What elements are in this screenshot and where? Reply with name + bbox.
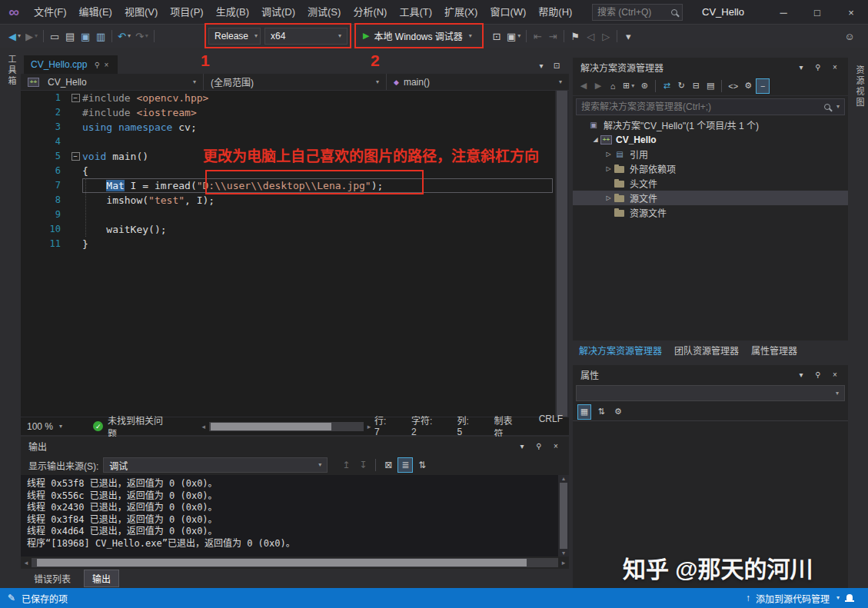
solution-search-input[interactable] xyxy=(581,101,820,112)
pin-icon[interactable]: ⚲ xyxy=(92,59,101,70)
scroll-down-icon[interactable]: ▾ xyxy=(562,550,565,557)
add-item-icon[interactable]: ▤ xyxy=(62,28,78,45)
code-line[interactable]: 3using namespace cv; xyxy=(21,120,555,135)
properties-object-combobox[interactable]: ▾ xyxy=(576,385,845,401)
menu-item[interactable]: 文件(F) xyxy=(28,0,73,24)
fold-collapse-icon[interactable]: − xyxy=(72,152,80,161)
code-health-indicator[interactable]: ✓ 未找到相关问题 xyxy=(93,414,170,440)
scroll-right-icon[interactable]: ▸ xyxy=(364,423,374,430)
scope-dropdown[interactable]: (全局范围) ▾ xyxy=(204,74,387,90)
clear-all-icon[interactable]: ⊠ xyxy=(381,457,396,473)
toolbar-options-icon[interactable]: ▾ xyxy=(620,28,636,45)
scroll-left-icon[interactable]: ◂ xyxy=(198,423,209,430)
tree-item-references[interactable]: ▷▤引用 xyxy=(573,147,848,161)
vs-logo-icon[interactable]: ∞ xyxy=(0,4,28,21)
menu-item[interactable]: 调试(D) xyxy=(255,0,301,24)
output-source-dropdown[interactable]: 调试 ▾ xyxy=(103,457,328,473)
code-line[interactable]: 11} xyxy=(21,237,555,251)
word-wrap-icon[interactable]: ≣ xyxy=(397,457,413,473)
document-tab[interactable]: CV_Hello.cpp ⚲× xyxy=(24,55,118,74)
pending-changes-filter-icon[interactable]: ⊛ xyxy=(637,78,651,94)
menu-item[interactable]: 窗口(W) xyxy=(484,0,532,24)
collapse-all-icon[interactable]: ⊟ xyxy=(689,78,703,94)
tree-item-solution[interactable]: ▣解决方案"CV_Hello"(1 个项目/共 1 个) xyxy=(573,118,848,132)
tree-arrow-icon[interactable]: ◢ xyxy=(590,136,600,143)
notifications-bell-icon[interactable] xyxy=(845,594,854,603)
navigate-forward-icon[interactable]: ▶ xyxy=(591,78,605,94)
add-to-source-control-button[interactable]: 添加到源代码管理 xyxy=(756,592,830,605)
increase-indent-icon[interactable]: ⇥ xyxy=(545,28,560,45)
tree-arrow-icon[interactable]: ▷ xyxy=(604,165,614,172)
close-icon[interactable]: × xyxy=(550,440,561,452)
toggle-auto-scroll-icon[interactable]: ⇅ xyxy=(414,457,430,473)
active-files-dropdown-icon[interactable]: ▾ xyxy=(534,59,549,71)
navigate-backward-icon[interactable]: ◀▾ xyxy=(6,28,23,45)
redo-icon[interactable]: ↷▾ xyxy=(133,28,151,45)
minimize-button[interactable]: ─ xyxy=(767,0,800,25)
previous-message-icon[interactable]: ↥ xyxy=(338,457,354,473)
tree-item-external-dependencies[interactable]: ▷外部依赖项 xyxy=(573,161,848,176)
tree-arrow-icon[interactable]: ▷ xyxy=(604,151,614,158)
undo-icon[interactable]: ↶▾ xyxy=(115,28,133,45)
decrease-indent-icon[interactable]: ⇤ xyxy=(530,28,545,45)
scrollbar-track[interactable] xyxy=(209,422,364,431)
menu-item[interactable]: 分析(N) xyxy=(347,0,393,24)
tab-output[interactable]: 输出 xyxy=(84,570,119,587)
resource-view-tab[interactable]: 资源视图 xyxy=(853,65,866,108)
code-editor[interactable]: 1−#include <opencv.hpp>2#include <iostre… xyxy=(21,91,555,417)
editor-vertical-scrollbar[interactable] xyxy=(555,91,569,417)
menu-item[interactable]: 测试(S) xyxy=(301,0,347,24)
member-dropdown[interactable]: ◆ main() ▾ xyxy=(387,74,569,90)
scrollbar-thumb[interactable] xyxy=(560,483,567,549)
code-line[interactable]: 8 imshow("test", I); xyxy=(21,193,555,208)
close-button[interactable]: × xyxy=(834,0,868,25)
scrollbar-thumb[interactable] xyxy=(557,91,567,417)
project-dropdown[interactable]: ++ CV_Hello ▾ xyxy=(21,74,204,90)
bookmark-icon[interactable]: ⚑ xyxy=(567,28,583,45)
menu-item[interactable]: 项目(P) xyxy=(164,0,209,24)
navigate-backward-icon[interactable]: ◀ xyxy=(577,78,590,94)
show-all-files-icon[interactable]: ▤ xyxy=(703,78,717,94)
tab-solution-explorer[interactable]: 解决方案资源管理器 xyxy=(579,344,662,357)
float-group-icon[interactable]: ⊡ xyxy=(549,59,564,71)
save-icon[interactable]: ▣ xyxy=(78,28,93,45)
view-code-icon[interactable]: <> xyxy=(726,78,740,94)
window-position-icon[interactable]: ▾ xyxy=(517,440,527,452)
maximize-button[interactable]: □ xyxy=(800,0,834,25)
close-icon[interactable]: × xyxy=(101,59,111,70)
code-line[interactable]: 2#include <iostream> xyxy=(21,105,555,120)
zoom-dropdown[interactable]: 100 % ▾ xyxy=(27,421,73,432)
pin-icon[interactable]: ⚲ xyxy=(813,61,823,73)
next-bookmark-icon[interactable]: ▷ xyxy=(598,28,614,45)
menu-item[interactable]: 编辑(E) xyxy=(73,0,118,24)
scrollbar-track[interactable] xyxy=(32,558,558,567)
home-icon[interactable]: ⌂ xyxy=(606,78,620,94)
scrollbar-thumb[interactable] xyxy=(37,559,527,566)
switch-views-icon[interactable]: ⊞▾ xyxy=(620,78,637,94)
sync-with-active-document-icon[interactable]: ⇄ xyxy=(660,78,673,94)
scroll-left-icon[interactable]: ◂ xyxy=(21,559,32,566)
close-icon[interactable]: × xyxy=(830,61,840,73)
configuration-dropdown[interactable]: Release ▾ xyxy=(208,28,261,45)
refresh-icon[interactable]: ↻ xyxy=(674,78,688,94)
tree-item-resource-files[interactable]: 资源文件 xyxy=(573,205,848,220)
window-position-icon[interactable]: ▾ xyxy=(796,61,806,73)
next-message-icon[interactable]: ↧ xyxy=(355,457,371,473)
window-position-icon[interactable]: ▾ xyxy=(796,368,806,380)
tab-property-manager[interactable]: 属性管理器 xyxy=(751,344,797,357)
quick-search-box[interactable] xyxy=(592,4,683,21)
menu-item[interactable]: 工具(T) xyxy=(393,0,438,24)
tree-item-source-files[interactable]: ▷源文件 xyxy=(573,191,848,205)
scrollbar-thumb[interactable] xyxy=(211,423,331,430)
tree-item-project-cv-hello[interactable]: ◢++CV_Hello xyxy=(573,132,848,147)
scroll-right-icon[interactable]: ▸ xyxy=(558,559,569,566)
close-icon[interactable]: × xyxy=(830,368,840,380)
new-project-icon[interactable]: ▭ xyxy=(47,28,62,45)
pin-icon[interactable]: ⚲ xyxy=(813,368,823,380)
fold-margin[interactable]: − xyxy=(68,149,82,164)
output-vertical-scrollbar[interactable]: ▴ ▾ xyxy=(558,475,569,557)
property-pages-icon[interactable]: ⚙ xyxy=(611,404,625,420)
navigate-forward-icon[interactable]: ▶▾ xyxy=(23,28,40,45)
properties-icon[interactable]: ⚙ xyxy=(741,78,755,94)
code-line[interactable]: 9 xyxy=(21,208,555,222)
